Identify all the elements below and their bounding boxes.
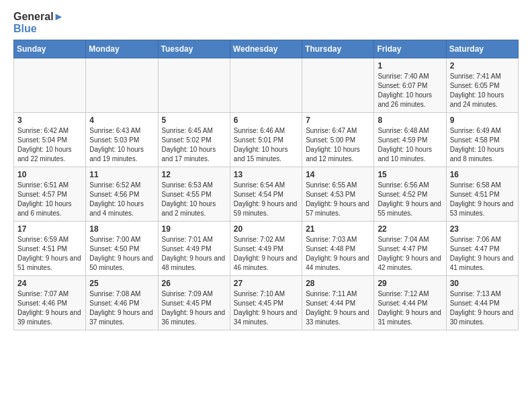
cell-info: Daylight: 9 hours and 42 minutes. [378,254,442,273]
header-sunday: Sunday [14,40,86,58]
cell-info: Sunrise: 6:51 AM [17,181,82,190]
calendar-cell: 15Sunrise: 6:56 AMSunset: 4:52 PMDayligh… [374,167,446,222]
calendar-cell: 19Sunrise: 7:01 AMSunset: 4:49 PMDayligh… [158,222,230,276]
day-number: 12 [162,170,226,179]
calendar-cell: 1Sunrise: 7:40 AMSunset: 6:07 PMDaylight… [374,58,446,113]
cell-info: Sunset: 4:52 PM [378,190,442,199]
day-number: 23 [450,224,515,234]
cell-info: Sunset: 4:50 PM [89,244,154,254]
cell-info: Daylight: 10 hours and 19 minutes. [89,145,154,164]
day-number: 8 [378,116,442,125]
cell-info: Sunrise: 7:12 AM [378,289,442,299]
cell-info: Sunset: 5:04 PM [17,136,82,145]
calendar-cell: 12Sunrise: 6:53 AMSunset: 4:55 PMDayligh… [158,167,230,222]
cell-info: Sunset: 4:46 PM [89,299,154,308]
day-number: 22 [378,224,442,234]
logo: General► Blue [13,11,64,34]
cell-info: Sunset: 5:00 PM [306,136,370,145]
cell-info: Sunrise: 7:13 AM [450,289,515,299]
cell-info: Daylight: 9 hours and 44 minutes. [306,254,370,273]
cell-info: Sunrise: 6:53 AM [162,181,226,190]
cell-info: Sunset: 4:54 PM [234,190,298,199]
cell-info: Daylight: 9 hours and 46 minutes. [234,254,298,273]
day-number: 13 [234,170,298,179]
cell-info: Sunset: 4:44 PM [306,299,370,308]
header-monday: Monday [86,40,158,58]
cell-info: Daylight: 9 hours and 57 minutes. [306,199,370,218]
calendar-cell: 22Sunrise: 7:04 AMSunset: 4:47 PMDayligh… [374,222,446,276]
cell-info: Daylight: 9 hours and 33 minutes. [306,308,370,327]
calendar-header-row: SundayMondayTuesdayWednesdayThursdayFrid… [14,40,519,58]
cell-info: Sunset: 5:03 PM [89,136,154,145]
cell-info: Sunset: 4:59 PM [378,136,442,145]
logo-general: General► [13,11,64,23]
header-friday: Friday [374,40,446,58]
cell-info: Sunrise: 7:04 AM [378,235,442,244]
calendar-cell: 11Sunrise: 6:52 AMSunset: 4:56 PMDayligh… [86,167,158,222]
day-number: 15 [378,170,442,179]
cell-info: Sunrise: 7:41 AM [450,72,515,81]
cell-info: Daylight: 10 hours and 2 minutes. [162,199,226,218]
calendar-cell: 24Sunrise: 7:07 AMSunset: 4:46 PMDayligh… [14,276,86,330]
day-number: 10 [17,170,82,179]
cell-info: Sunset: 4:55 PM [162,190,226,199]
cell-info: Sunset: 4:45 PM [162,299,226,308]
cell-info: Daylight: 10 hours and 10 minutes. [378,145,442,164]
cell-info: Sunrise: 6:55 AM [306,181,370,190]
cell-info: Daylight: 9 hours and 39 minutes. [17,308,82,327]
calendar-cell: 18Sunrise: 7:00 AMSunset: 4:50 PMDayligh… [86,222,158,276]
cell-info: Sunrise: 6:54 AM [234,181,298,190]
cell-info: Sunrise: 6:56 AM [378,181,442,190]
day-number: 19 [162,224,226,234]
cell-info: Sunset: 5:01 PM [234,136,298,145]
cell-info: Sunset: 4:45 PM [234,299,298,308]
day-number: 16 [450,170,515,179]
cell-info: Sunset: 4:49 PM [234,244,298,254]
cell-info: Sunset: 4:51 PM [17,244,82,254]
calendar-cell [158,58,230,113]
cell-info: Sunrise: 6:42 AM [17,126,82,136]
cell-info: Sunset: 4:44 PM [450,299,515,308]
cell-info: Sunrise: 6:49 AM [450,126,515,136]
cell-info: Sunset: 4:44 PM [378,299,442,308]
cell-info: Sunset: 4:58 PM [450,136,515,145]
calendar-cell [230,58,302,113]
calendar-cell: 6Sunrise: 6:46 AMSunset: 5:01 PMDaylight… [230,113,302,167]
calendar-cell: 27Sunrise: 7:10 AMSunset: 4:45 PMDayligh… [230,276,302,330]
calendar-table: SundayMondayTuesdayWednesdayThursdayFrid… [13,40,519,330]
day-number: 11 [89,170,154,179]
day-number: 30 [450,279,515,288]
header-saturday: Saturday [446,40,518,58]
day-number: 27 [234,279,298,288]
cell-info: Sunset: 4:57 PM [17,190,82,199]
calendar-cell: 29Sunrise: 7:12 AMSunset: 4:44 PMDayligh… [374,276,446,330]
cell-info: Daylight: 9 hours and 36 minutes. [162,308,226,327]
cell-info: Daylight: 10 hours and 22 minutes. [17,145,82,164]
cell-info: Daylight: 9 hours and 37 minutes. [89,308,154,327]
cell-info: Daylight: 10 hours and 6 minutes. [17,199,82,218]
cell-info: Sunrise: 6:46 AM [234,126,298,136]
cell-info: Daylight: 9 hours and 31 minutes. [378,308,442,327]
cell-info: Daylight: 9 hours and 34 minutes. [234,308,298,327]
cell-info: Daylight: 10 hours and 24 minutes. [450,91,515,109]
calendar-cell: 21Sunrise: 7:03 AMSunset: 4:48 PMDayligh… [302,222,374,276]
calendar-week-4: 17Sunrise: 6:59 AMSunset: 4:51 PMDayligh… [14,222,519,276]
cell-info: Daylight: 10 hours and 8 minutes. [450,145,515,164]
cell-info: Sunrise: 6:52 AM [89,181,154,190]
header-tuesday: Tuesday [158,40,230,58]
cell-info: Sunset: 4:49 PM [162,244,226,254]
cell-info: Sunset: 4:47 PM [378,244,442,254]
day-number: 1 [378,61,442,71]
cell-info: Daylight: 9 hours and 59 minutes. [234,199,298,218]
calendar-cell: 17Sunrise: 6:59 AMSunset: 4:51 PMDayligh… [14,222,86,276]
cell-info: Daylight: 10 hours and 12 minutes. [306,145,370,164]
cell-info: Sunrise: 7:07 AM [17,289,82,299]
day-number: 17 [17,224,82,234]
cell-info: Sunset: 4:53 PM [306,190,370,199]
day-number: 5 [162,116,226,125]
cell-info: Sunset: 6:05 PM [450,81,515,91]
cell-info: Daylight: 10 hours and 17 minutes. [162,145,226,164]
calendar-cell: 20Sunrise: 7:02 AMSunset: 4:49 PMDayligh… [230,222,302,276]
calendar-cell: 14Sunrise: 6:55 AMSunset: 4:53 PMDayligh… [302,167,374,222]
cell-info: Sunset: 4:56 PM [89,190,154,199]
